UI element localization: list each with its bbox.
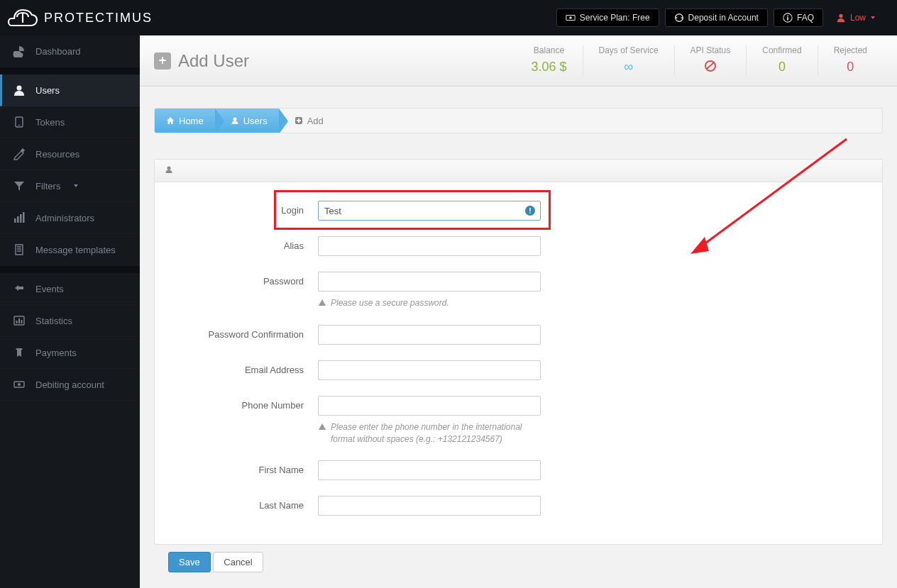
breadcrumb-label: Add: [307, 116, 324, 126]
sidebar-item-administrators[interactable]: Administrators: [0, 202, 140, 234]
stats: Balance 3.06 $ Days of Service ∞ API Sta…: [515, 45, 883, 76]
resources-icon: [13, 148, 26, 160]
divider: [0, 266, 140, 273]
main: + Add User Balance 3.06 $ Days of Servic…: [140, 35, 897, 588]
row-login: Login !: [176, 201, 861, 221]
sidebar-item-message-templates[interactable]: Message templates: [0, 234, 140, 266]
filters-icon: [13, 179, 26, 192]
service-plan-button[interactable]: Service Plan: Free: [556, 9, 659, 27]
sidebar-label: Message templates: [35, 245, 116, 255]
statistics-icon: [13, 314, 26, 327]
chevron-down-icon: [870, 15, 876, 21]
payments-icon: [13, 346, 26, 359]
sidebar-item-resources[interactable]: Resources: [0, 138, 140, 170]
row-last-name: Last Name: [176, 496, 861, 516]
svg-point-18: [18, 383, 21, 386]
deposit-button[interactable]: Deposit in Account: [665, 9, 768, 27]
svg-rect-12: [23, 212, 25, 223]
svg-point-1: [569, 16, 572, 19]
row-email: Email Address: [176, 360, 861, 380]
faq-label: FAQ: [797, 13, 814, 23]
sidebar-item-tokens[interactable]: Tokens: [0, 106, 140, 138]
password-input[interactable]: [318, 272, 541, 292]
svg-point-23: [233, 118, 236, 121]
events-icon: [13, 282, 26, 295]
svg-rect-10: [17, 216, 19, 223]
sidebar-label: Resources: [35, 149, 79, 160]
svg-rect-15: [18, 318, 20, 323]
content: Home Users Add Login: [140, 87, 897, 588]
sidebar-item-filters[interactable]: Filters: [0, 170, 140, 202]
stat-days: Days of Service ∞: [583, 45, 674, 76]
hint-text: Please use a secure password.: [331, 297, 449, 309]
stat-confirmed: Confirmed 0: [746, 45, 817, 76]
sidebar-item-debiting[interactable]: Debiting account: [0, 369, 140, 401]
stat-label: Confirmed: [762, 45, 801, 55]
dashboard-icon: [13, 45, 26, 57]
page-header: + Add User Balance 3.06 $ Days of Servic…: [140, 35, 897, 87]
breadcrumb-label: Home: [179, 116, 204, 126]
login-label: Login: [176, 201, 318, 216]
administrators-icon: [13, 211, 26, 224]
forbidden-icon: [704, 60, 717, 72]
breadcrumb: Home Users Add: [154, 108, 883, 133]
sidebar-item-statistics[interactable]: Statistics: [0, 305, 140, 337]
svg-rect-16: [21, 320, 23, 323]
home-icon: [166, 116, 175, 125]
account-dropdown[interactable]: Low: [829, 9, 883, 26]
stat-label: API Status: [690, 45, 731, 55]
chevron-down-icon: [73, 183, 79, 189]
password-confirm-input[interactable]: [318, 325, 541, 345]
alias-input[interactable]: [318, 236, 541, 256]
login-input[interactable]: [318, 201, 541, 221]
debiting-icon: [13, 378, 26, 391]
faq-button[interactable]: FAQ: [774, 9, 823, 27]
row-first-name: First Name: [176, 460, 861, 480]
svg-point-3: [787, 16, 788, 17]
phone-label: Phone Number: [176, 396, 318, 411]
user-icon: [231, 116, 239, 125]
email-input[interactable]: [318, 360, 541, 380]
stat-balance: Balance 3.06 $: [515, 45, 582, 76]
logo[interactable]: PROTECTIMUS: [7, 7, 153, 28]
sidebar-item-events[interactable]: Events: [0, 273, 140, 305]
warning-icon: [318, 299, 326, 307]
svg-rect-26: [297, 120, 301, 121]
logo-text: PROTECTIMUS: [44, 11, 153, 26]
password-label: Password: [176, 272, 318, 287]
last-name-input[interactable]: [318, 496, 541, 516]
sidebar: Dashboard Users Tokens Resources Filters…: [0, 35, 140, 588]
first-name-input[interactable]: [318, 460, 541, 480]
first-name-label: First Name: [176, 460, 318, 475]
money-icon: [566, 13, 576, 23]
sidebar-label: Dashboard: [35, 46, 81, 57]
panel-head: [155, 160, 882, 182]
user-icon: [165, 165, 173, 174]
info-icon: [783, 13, 793, 23]
divider: [0, 67, 140, 74]
info-badge-icon[interactable]: !: [525, 206, 535, 216]
sidebar-item-users[interactable]: Users: [0, 74, 140, 106]
sidebar-label: Users: [35, 85, 60, 96]
breadcrumb-users[interactable]: Users: [215, 109, 279, 133]
svg-rect-4: [787, 17, 788, 20]
topbar: PROTECTIMUS Service Plan: Free Deposit i…: [0, 0, 897, 35]
phone-input[interactable]: [318, 396, 541, 416]
sidebar-item-dashboard[interactable]: Dashboard: [0, 35, 140, 67]
logo-icon: [7, 7, 38, 28]
svg-rect-8: [18, 125, 21, 126]
breadcrumb-home[interactable]: Home: [155, 109, 215, 133]
sidebar-item-payments[interactable]: Payments: [0, 337, 140, 369]
row-phone: Phone Number Please enter the phone numb…: [176, 396, 861, 445]
svg-line-20: [707, 62, 714, 69]
last-name-label: Last Name: [176, 496, 318, 511]
stat-label: Rejected: [834, 45, 867, 55]
svg-point-5: [839, 14, 842, 18]
stat-api-icon: [690, 60, 731, 76]
svg-rect-14: [16, 321, 18, 323]
user-icon: [836, 13, 846, 23]
save-button[interactable]: Save: [168, 552, 211, 572]
svg-rect-11: [20, 214, 22, 223]
cancel-button[interactable]: Cancel: [213, 552, 263, 572]
sidebar-label: Payments: [35, 348, 77, 358]
